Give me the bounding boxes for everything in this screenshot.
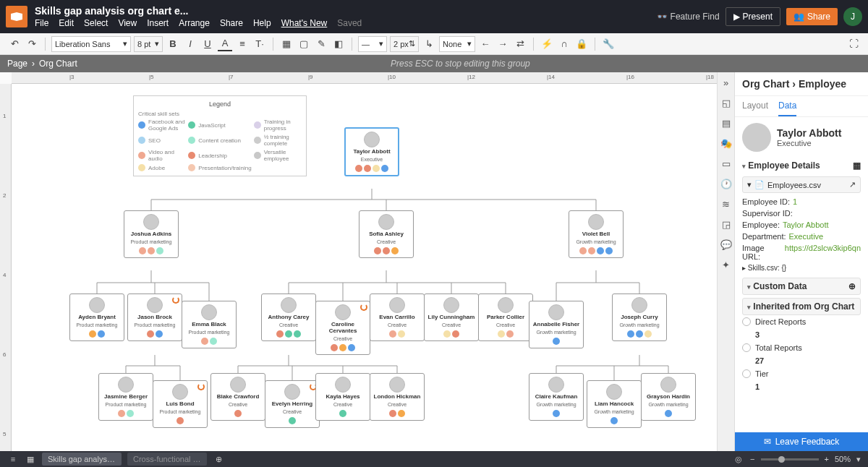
text-options-button[interactable]: T· [252,37,267,51]
chevron-down-icon[interactable]: ▾ [856,455,861,464]
zoom-slider[interactable] [761,458,819,460]
fill-button[interactable]: ▦ [279,37,294,51]
add-page-button[interactable]: ⊕ [213,453,224,465]
org-node[interactable]: Violet BellGrowth marketing [569,210,624,258]
border-button[interactable]: ▢ [297,37,311,51]
breadcrumb-page[interactable]: Page [7,59,27,69]
org-node[interactable]: Ayden BryantProduct marketing [69,294,124,341]
comments-icon[interactable]: 💬 [720,239,732,250]
undo-button[interactable]: ↶ [7,37,22,51]
external-link-icon[interactable]: ↗ [849,180,856,189]
canvas[interactable]: Legend Critical skill sets Facebook and … [12,84,717,451]
menu-edit[interactable]: Edit [59,18,74,28]
presentation-icon[interactable]: ▭ [720,158,732,169]
redo-button[interactable]: ↷ [25,37,39,51]
explorer-icon[interactable]: ◱ [720,97,732,108]
org-node[interactable]: Evelyn HerringCreative [265,380,320,428]
magnet-button[interactable]: ∩ [557,37,571,51]
org-node[interactable]: Blake CrawfordCreative [210,373,265,421]
history-icon[interactable]: 🕐 [720,178,732,189]
panel-crumb-1[interactable]: Org Chart [742,78,789,90]
org-node[interactable]: Annabelle FisherGrowth marketing [529,301,584,348]
zoom-value[interactable]: 50% [835,455,851,463]
org-node[interactable]: Anthony CareyCreative [261,294,316,341]
org-node[interactable]: Joseph CurryGrowth marketing [612,294,667,341]
collapse-panel-icon[interactable]: » [720,77,732,88]
page-tab-1[interactable]: Skills gap analysis or... [42,453,122,466]
org-node[interactable]: Joshua AdkinsProduct marketing [124,210,179,258]
layers-icon[interactable]: ≋ [720,198,732,210]
mask-icon[interactable]: 🎭 [720,137,732,149]
arrow-style-select[interactable]: None▾ [439,36,475,52]
org-node[interactable]: Emma BlackProduct marketing [182,301,237,348]
bold-button[interactable]: B [166,37,180,51]
panel-crumb-2[interactable]: Employee [799,78,846,90]
menu-view[interactable]: View [118,18,137,28]
list-view-icon[interactable]: ≡ [7,453,19,465]
org-node[interactable]: Evan CarrilloCreative [370,294,425,341]
menu-share[interactable]: Share [220,18,243,28]
align-button[interactable]: ≡ [235,37,250,51]
org-node[interactable]: Sofia AshleyCreative [359,210,414,258]
custom-data-section[interactable]: ▾ Custom Data ⊕ [742,278,861,295]
user-avatar[interactable]: J [843,7,862,26]
leave-feedback-button[interactable]: ✉ Leave Feedback [735,432,868,451]
employee-details-section[interactable]: ▾ Employee Details ▦ [742,158,861,173]
fullscreen-button[interactable]: ⛶ [846,37,861,51]
org-node[interactable]: Luis BondProduct marketing [153,380,208,428]
present-button[interactable]: ▶ Present [726,7,780,26]
wrench-button[interactable]: 🔧 [601,37,616,51]
actions-icon[interactable]: ✦ [720,259,732,270]
document-title[interactable]: Skills gap analysis org chart e... [35,5,657,17]
org-node[interactable]: Jason BrockProduct marketing [127,294,182,341]
target-icon[interactable]: ◎ [733,453,744,465]
org-node[interactable]: Claire KaufmanGrowth marketing [529,373,584,421]
line-width-input[interactable]: 2 px⇅ [390,36,419,52]
share-button[interactable]: 👥 Share [786,8,838,25]
text-color-button[interactable]: A [218,37,232,51]
italic-button[interactable]: I [183,37,197,51]
menu-select[interactable]: Select [84,18,108,28]
swap-button[interactable]: ⇄ [513,37,527,51]
line-color-button[interactable]: ✎ [314,37,328,51]
lock-button[interactable]: 🔒 [574,37,589,51]
inherited-section[interactable]: ▾ Inherited from Org Chart [742,298,861,315]
arrow-left-button[interactable]: ← [478,37,493,51]
line-shape-button[interactable]: ↳ [422,37,436,51]
app-logo[interactable] [6,6,27,27]
tab-layout[interactable]: Layout [742,96,768,116]
feature-find-button[interactable]: 👓 Feature Find [657,12,720,22]
page-tab-2[interactable]: Cross-functional proj... [127,453,207,466]
action-button[interactable]: ⚡ [540,37,554,51]
org-node[interactable]: London HickmanCreative [370,373,425,421]
arrow-right-button[interactable]: → [495,37,510,51]
org-node[interactable]: Parker CollierCreative [478,294,533,341]
font-size-input[interactable]: 8 pt▾ [134,36,163,52]
org-node[interactable]: Kayla HayesCreative [315,373,370,421]
org-node[interactable]: Caroline CervantesCreative [315,301,370,355]
shape-options-button[interactable]: ◧ [331,37,346,51]
org-node[interactable]: Liam HancockGrowth marketing [587,380,642,428]
breadcrumb-chart[interactable]: Org Chart [39,59,77,69]
font-family-select[interactable]: Liberation Sans▾ [51,36,131,52]
zoom-minus[interactable]: − [750,455,754,463]
org-node[interactable]: Jasmine BergerProduct marketing [98,373,153,421]
menu-file[interactable]: File [35,18,48,28]
zoom-plus[interactable]: + [825,455,829,463]
add-icon[interactable]: ⊕ [848,281,856,291]
page-icon[interactable]: ▤ [720,117,732,129]
org-node[interactable]: Lily CunninghamCreative [424,294,479,341]
grid-view-icon[interactable]: ▦ [25,453,36,465]
skills-csv-ref[interactable]: Skills.csv: {} [748,264,786,272]
csv-source-row[interactable]: ▾📄Employees.csv ↗ [742,176,861,193]
line-style-select[interactable]: —▾ [358,36,387,52]
data-icon[interactable]: ◲ [720,218,732,230]
menu-insert[interactable]: Insert [147,18,169,28]
org-node[interactable]: Grayson HardinGrowth marketing [641,373,696,421]
tab-data[interactable]: Data [778,96,796,116]
menu-arrange[interactable]: Arrange [179,18,210,28]
underline-button[interactable]: U [200,37,215,51]
menu-help[interactable]: Help [253,18,271,28]
org-node[interactable]: Taylor AbbottExecutive [344,127,399,176]
menu-whats-new[interactable]: What's New [281,18,328,28]
